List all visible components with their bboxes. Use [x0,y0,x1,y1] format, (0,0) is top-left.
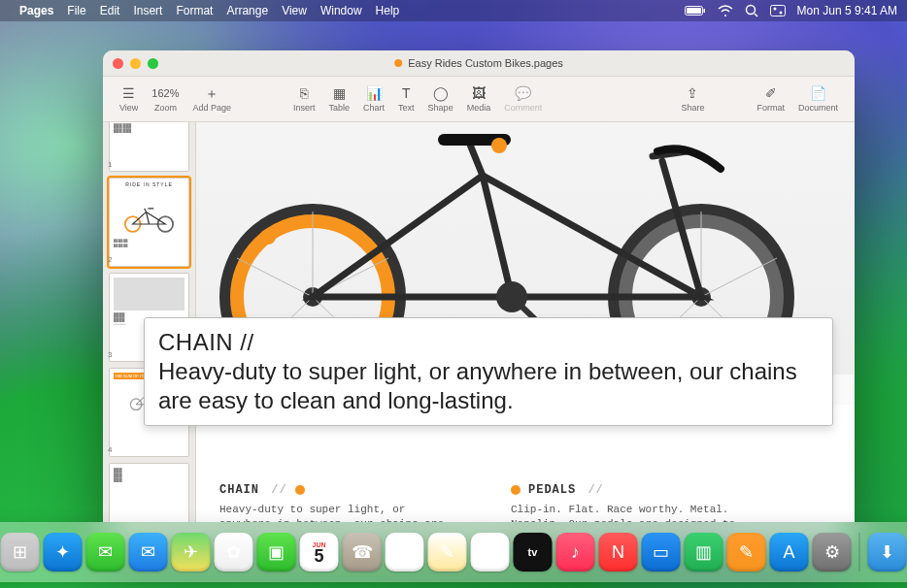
menu-help[interactable]: Help [376,4,400,17]
svg-rect-2 [703,9,705,13]
menubar-right: Mon Jun 5 9:41 AM [685,4,897,17]
menu-view[interactable]: View [282,4,307,17]
control-center-icon[interactable] [770,5,786,16]
text-icon: T [402,85,411,101]
dock-reminders[interactable]: ≡ [386,533,424,572]
menu-edit[interactable]: Edit [100,4,120,17]
toolbar-insert[interactable]: ⎘Insert [286,85,322,113]
pages-window: Easy Rides Custom Bikes.pages ☰View 162%… [103,50,855,536]
svg-point-6 [773,8,776,11]
dock-pages[interactable]: ✎ [727,533,766,572]
menu-file[interactable]: File [67,4,85,17]
svg-point-7 [779,12,782,15]
zoom-value: 162% [151,85,179,101]
toolbar: ☰View 162%Zoom ＋Add Page ⎘Insert ▦Table … [103,77,855,122]
menu-arrange[interactable]: Arrange [226,4,268,17]
toolbar-document-inspector[interactable]: 📄Document [791,85,845,113]
toolbar-share[interactable]: ⇪Share [674,85,711,113]
close-button[interactable] [113,58,123,69]
dock-mail[interactable]: ✉ [129,533,168,572]
menubar: Pages File Edit Insert Format Arrange Vi… [0,0,907,21]
toolbar-zoom[interactable]: 162%Zoom [145,85,185,113]
toolbar-view[interactable]: ☰View [113,85,145,113]
traffic-lights [113,58,158,69]
svg-line-20 [237,258,313,297]
dock-calendar[interactable]: JUN5 [300,533,339,572]
document-icon: 📄 [810,85,826,101]
titlebar[interactable]: Easy Rides Custom Bikes.pages [103,50,855,77]
svg-point-31 [491,138,507,153]
hover-text-body: Heavy-duty to super light, or anywhere i… [158,357,819,415]
menu-app[interactable]: Pages [19,4,53,17]
toolbar-text[interactable]: TText [391,85,421,113]
toolbar-comment[interactable]: 💬Comment [497,85,549,113]
dock-launchpad[interactable]: ⊞ [1,533,40,572]
table-icon: ▦ [333,85,346,101]
dock-safari[interactable]: ✦ [44,533,83,572]
svg-point-3 [746,6,755,15]
thumbnail-page-2[interactable]: RIDE IN STYLE ██ ██ ████ ██ ██ [109,178,189,267]
toolbar-add-page[interactable]: ＋Add Page [186,85,239,113]
callout-dot-icon [511,485,521,495]
dock-freeform[interactable]: 〰 [471,533,510,572]
svg-point-32 [260,229,276,245]
window-title-text: Easy Rides Custom Bikes.pages [408,57,563,69]
chart-icon: 📊 [366,85,383,101]
dock-settings[interactable]: ⚙ [813,533,852,572]
menu-window[interactable]: Window [320,4,362,17]
toolbar-chart[interactable]: 📊Chart [356,85,391,113]
plus-icon: ＋ [205,85,218,101]
menu-format[interactable]: Format [176,4,213,17]
brush-icon: ✐ [765,85,777,101]
toolbar-media[interactable]: 🖼Media [460,85,498,113]
dock: ☺⊞✦✉✉✈✿▣JUN5☎≡✎〰tv♪N▭▥✎A⚙⬇🗑 [0,522,907,582]
document-proxy-icon[interactable] [394,59,402,67]
callout-dot-icon [295,485,305,495]
sidebar-icon: ☰ [122,85,135,101]
search-icon[interactable] [745,4,758,17]
share-icon: ⇪ [687,85,698,101]
svg-line-24 [701,258,777,297]
dock-photos[interactable]: ✿ [215,533,253,572]
svg-rect-1 [687,8,701,14]
dock-tv[interactable]: tv [514,533,553,572]
hover-text-title: CHAIN // [158,328,819,357]
dock-appstore[interactable]: A [770,533,809,572]
battery-icon[interactable] [685,5,706,16]
dock-messages[interactable]: ✉ [86,533,125,572]
menubar-clock[interactable]: Mon Jun 5 9:41 AM [797,4,897,17]
zoom-button[interactable] [148,58,158,69]
window-title: Easy Rides Custom Bikes.pages [394,57,563,69]
dock-numbers[interactable]: ▥ [685,533,723,572]
minimize-button[interactable] [130,58,141,69]
insert-icon: ⎘ [300,85,308,101]
dock-news[interactable]: N [599,533,638,572]
dock-separator [859,533,860,572]
toolbar-table[interactable]: ▦Table [322,85,357,113]
thumbnail-page-1[interactable]: ███ ██████ ███ [109,122,189,172]
toolbar-format-inspector[interactable]: ✐Format [750,85,791,113]
comment-icon: 💬 [515,85,531,101]
dock-music[interactable]: ♪ [556,533,595,572]
svg-line-4 [755,14,757,16]
dock-facetime[interactable]: ▣ [257,533,296,572]
media-icon: 🖼 [472,85,486,101]
dock-downloads[interactable]: ⬇ [868,533,907,572]
pedals-heading: PEDALS [528,483,576,497]
toolbar-shape[interactable]: ◯Shape [421,85,460,113]
hover-text-overlay: CHAIN // Heavy-duty to super light, or a… [144,317,833,426]
menu-insert[interactable]: Insert [133,4,162,17]
svg-rect-5 [770,6,785,16]
wifi-icon[interactable] [718,5,733,16]
chain-heading: CHAIN [219,483,259,497]
dock-notes[interactable]: ✎ [428,533,467,572]
shape-icon: ◯ [433,85,449,101]
dock-maps[interactable]: ✈ [172,533,211,572]
dock-contacts[interactable]: ☎ [343,533,382,572]
dock-keynote[interactable]: ▭ [642,533,681,572]
